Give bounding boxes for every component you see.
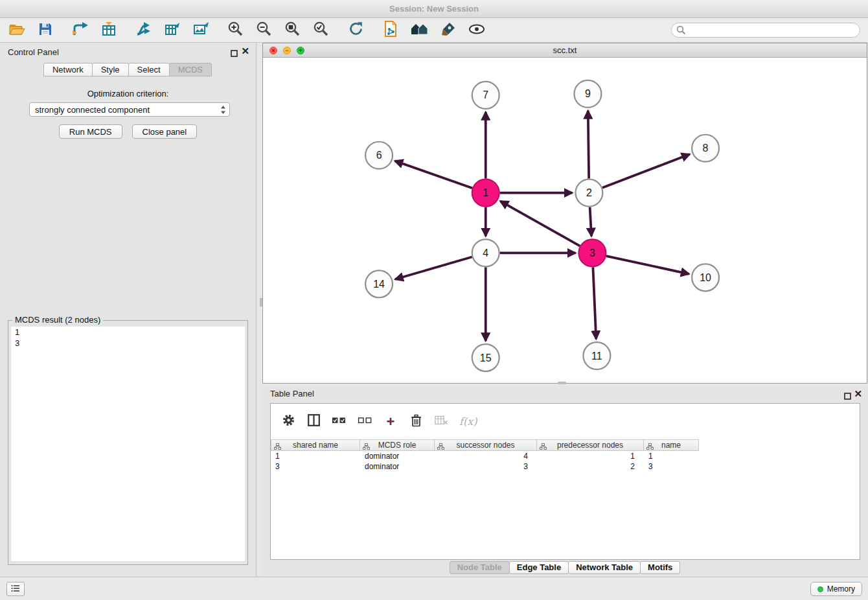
tab-select[interactable]: Select (128, 63, 170, 76)
split-table-button[interactable] (306, 414, 321, 430)
cell-predecessor-nodes[interactable]: 1 (537, 451, 644, 461)
svg-text:6: 6 (376, 150, 382, 161)
automation-panel-button[interactable] (6, 582, 25, 596)
memory-button[interactable]: Memory (810, 582, 862, 596)
network-window-titlebar[interactable]: × − + scc.txt (263, 43, 867, 58)
control-panel-title: Control Panel (8, 47, 59, 57)
cell-shared-name[interactable]: 1 (271, 451, 360, 461)
splitter-handle-horizontal[interactable] (558, 382, 566, 384)
trash-icon (411, 414, 422, 430)
edge-2-8[interactable] (602, 154, 690, 188)
zoom-selected-button[interactable] (312, 21, 330, 39)
edge-1-6[interactable] (395, 161, 472, 188)
edge-3-10[interactable] (606, 256, 689, 274)
tab-mcds[interactable]: MCDS (169, 63, 212, 76)
svg-text:1: 1 (483, 187, 488, 198)
tab-motifs[interactable]: Motifs (640, 561, 680, 574)
fx-icon: f(x) (459, 415, 477, 428)
tab-style[interactable]: Style (92, 63, 129, 76)
mcds-buttons-row: Run MCDS Close panel (0, 124, 256, 139)
new-network-button[interactable] (135, 21, 152, 39)
mcds-result-title: MCDS result (2 nodes) (12, 315, 103, 325)
edge-4-14[interactable] (395, 257, 472, 279)
export-table-button[interactable] (163, 21, 181, 39)
paste-document-button[interactable] (382, 21, 400, 39)
result-item[interactable]: 1 (11, 327, 245, 338)
search-input[interactable] (671, 23, 860, 38)
close-panel-icon[interactable]: ✕ (241, 45, 249, 57)
float-panel-icon[interactable] (231, 48, 238, 60)
column-header-name[interactable]: name (644, 439, 699, 451)
cell-name[interactable]: 1 (644, 451, 699, 461)
cell-successor-nodes[interactable]: 4 (435, 451, 537, 461)
zoom-out-button[interactable] (255, 21, 273, 39)
column-header-successor-nodes[interactable]: successor nodes (435, 439, 537, 451)
column-tree-icon (540, 443, 547, 452)
tab-network-table[interactable]: Network Table (568, 561, 641, 574)
float-table-panel-icon[interactable] (844, 391, 851, 402)
open-session-button[interactable] (8, 21, 25, 39)
function-builder-button-disabled: f(x) (459, 414, 477, 430)
import-network-button[interactable] (71, 21, 89, 39)
node-7[interactable]: 7 (472, 82, 499, 109)
node-10[interactable]: 10 (692, 264, 719, 291)
first-neighbors-button[interactable] (411, 21, 428, 39)
open-folder-icon (8, 22, 25, 39)
column-header-shared-name[interactable]: shared name (271, 439, 360, 451)
node-2[interactable]: 2 (575, 179, 602, 207)
column-header-predecessor-nodes[interactable]: predecessor nodes (537, 439, 644, 451)
node-9[interactable]: 9 (574, 80, 601, 108)
add-column-button[interactable]: + (383, 414, 398, 430)
run-mcds-button[interactable]: Run MCDS (59, 124, 122, 139)
node-11[interactable]: 11 (583, 342, 610, 369)
criterion-select[interactable]: strongly connected component (29, 102, 230, 117)
svg-text:4: 4 (483, 248, 488, 259)
column-header-mcds-role[interactable]: MCDS role (360, 439, 435, 451)
tab-node-table[interactable]: Node Table (450, 561, 510, 574)
cell-predecessor-nodes[interactable]: 2 (537, 461, 644, 472)
refresh-view-button[interactable] (347, 21, 365, 39)
close-panel-button[interactable]: Close panel (132, 124, 198, 139)
node-6[interactable]: 6 (365, 142, 393, 169)
column-header-label: shared name (293, 441, 338, 450)
delete-rows-button[interactable] (409, 414, 423, 430)
select-all-button[interactable] (332, 414, 347, 430)
table-row[interactable]: 1dominator411 (271, 451, 860, 461)
cell-successor-nodes[interactable]: 3 (435, 461, 537, 472)
window-titlebar[interactable]: Session: New Session (0, 0, 868, 18)
table-row[interactable]: 3dominator323 (271, 461, 860, 472)
cell-name[interactable]: 3 (644, 461, 699, 472)
result-item[interactable]: 3 (11, 338, 245, 349)
export-image-button[interactable] (192, 21, 209, 39)
deselect-all-button[interactable] (358, 414, 372, 430)
apply-style-button[interactable] (439, 21, 457, 39)
import-table-button[interactable] (100, 21, 117, 39)
tab-network[interactable]: Network (43, 63, 93, 76)
splitter-handle-vertical[interactable] (260, 298, 262, 306)
edge-2-3[interactable] (590, 207, 591, 237)
edge-3-11[interactable] (593, 267, 596, 339)
edge-2-9[interactable] (588, 111, 589, 179)
show-hide-button[interactable] (468, 21, 485, 39)
list-icon (11, 583, 20, 595)
network-canvas-area[interactable]: 1234678910111415 (263, 58, 867, 383)
zoom-in-button[interactable] (227, 21, 244, 39)
node-1[interactable]: 1 (472, 179, 499, 207)
edge-3-1[interactable] (500, 201, 580, 246)
close-table-panel-icon[interactable]: ✕ (854, 388, 862, 400)
node-15[interactable]: 15 (472, 344, 499, 371)
eye-icon (468, 23, 485, 38)
mcds-result-list[interactable]: 13 (11, 327, 245, 561)
node-8[interactable]: 8 (692, 135, 719, 162)
column-header-label: predecessor nodes (557, 441, 623, 450)
cell-mcds-role[interactable]: dominator (360, 451, 435, 461)
node-3[interactable]: 3 (578, 239, 606, 266)
zoom-fit-button[interactable] (284, 21, 301, 39)
cell-mcds-role[interactable]: dominator (360, 461, 435, 472)
tab-edge-table[interactable]: Edge Table (509, 561, 569, 574)
save-session-button[interactable] (36, 21, 54, 39)
node-4[interactable]: 4 (472, 239, 499, 266)
node-14[interactable]: 14 (365, 270, 393, 297)
column-settings-button[interactable] (281, 414, 295, 430)
cell-shared-name[interactable]: 3 (271, 461, 360, 472)
